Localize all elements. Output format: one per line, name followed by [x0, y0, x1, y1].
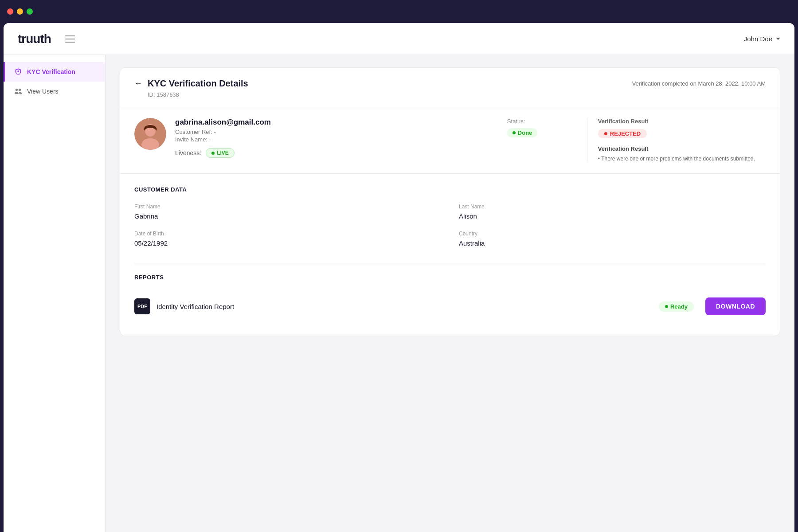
record-id: ID: 1587638 — [134, 91, 248, 98]
sidebar: KYC Verification View Users — [4, 55, 106, 532]
live-text: LIVE — [217, 150, 229, 156]
rejected-badge: REJECTED — [598, 129, 647, 138]
customer-data-section: CUSTOMER DATA First Name Gabrina Last Na… — [120, 174, 780, 259]
hamburger-line-3 — [65, 42, 75, 43]
pdf-icon: PDF — [134, 298, 150, 314]
done-text: Done — [518, 129, 532, 136]
hamburger-line-1 — [65, 35, 75, 36]
sidebar-item-kyc-verification[interactable]: KYC Verification — [4, 62, 105, 82]
live-dot — [211, 152, 215, 155]
last-name-label: Last Name — [459, 203, 766, 210]
logo: truuth — [18, 32, 51, 46]
country-value: Australia — [459, 239, 766, 247]
country-label: Country — [459, 231, 766, 237]
ready-dot — [665, 305, 668, 308]
app-window: truuth John Doe KYC Verification — [4, 23, 794, 532]
vr-title: Verification Result — [598, 118, 755, 125]
profile-customer-ref: Customer Ref: - — [175, 129, 489, 135]
titlebar — [0, 0, 798, 23]
field-country: Country Australia — [459, 231, 766, 247]
vr-subtitle: Verification Result — [598, 145, 755, 152]
first-name-label: First Name — [134, 203, 441, 210]
dob-value: 05/22/1992 — [134, 239, 441, 247]
report-name: Identity Verification Report — [156, 303, 653, 310]
dob-label: Date of Birth — [134, 231, 441, 237]
status-label: Status: — [507, 118, 569, 125]
minimize-button[interactable] — [17, 8, 23, 15]
profile-info: gabrina.alison@gmail.com Customer Ref: -… — [175, 118, 489, 158]
vr-note: • There were one or more problems with t… — [598, 155, 755, 163]
pdf-label: PDF — [137, 304, 147, 309]
section-divider — [134, 263, 766, 263]
status-badge: Done — [507, 128, 538, 137]
sidebar-kyc-label: KYC Verification — [27, 68, 75, 75]
profile-email: gabrina.alison@gmail.com — [175, 118, 489, 127]
last-name-value: Alison — [459, 212, 766, 220]
avatar — [134, 118, 166, 150]
rejected-text: REJECTED — [610, 130, 641, 137]
liveness-label: Liveness: — [175, 149, 201, 156]
sidebar-item-view-users[interactable]: View Users — [4, 82, 105, 101]
hamburger-line-2 — [65, 39, 75, 39]
profile-invite-name: Invite Name: - — [175, 136, 489, 143]
main-content: ← KYC Verification Details ID: 1587638 V… — [106, 55, 794, 532]
hamburger-button[interactable] — [65, 35, 75, 43]
field-last-name: Last Name Alison — [459, 203, 766, 220]
main-card: ← KYC Verification Details ID: 1587638 V… — [120, 67, 780, 336]
reports-section: REPORTS PDF Identity Verification Report… — [120, 274, 780, 336]
report-row: PDF Identity Verification Report Ready D… — [134, 291, 766, 321]
verification-result-block: Verification Result REJECTED Verificatio… — [587, 118, 766, 163]
user-menu[interactable]: John Doe — [744, 35, 780, 43]
card-title-block: ← KYC Verification Details ID: 1587638 — [134, 78, 248, 98]
field-dob: Date of Birth 05/22/1992 — [134, 231, 441, 247]
download-button[interactable]: DOWNLOAD — [705, 297, 766, 315]
user-name: John Doe — [744, 35, 772, 43]
profile-section: gabrina.alison@gmail.com Customer Ref: -… — [120, 107, 780, 174]
rejected-dot — [604, 132, 607, 135]
status-block: Status: Done — [498, 118, 578, 137]
app-body: KYC Verification View Users ← — [4, 55, 794, 532]
card-title-row: ← KYC Verification Details — [134, 78, 248, 89]
ready-text: Ready — [670, 303, 688, 310]
topnav: truuth John Doe — [4, 23, 794, 55]
verification-completed-text: Verification completed on March 28, 2022… — [632, 80, 766, 87]
customer-data-grid: First Name Gabrina Last Name Alison Date… — [134, 203, 766, 247]
customer-data-title: CUSTOMER DATA — [134, 186, 766, 193]
back-button[interactable]: ← — [134, 79, 142, 88]
users-icon — [14, 87, 23, 96]
maximize-button[interactable] — [27, 8, 33, 15]
close-button[interactable] — [7, 8, 13, 15]
first-name-value: Gabrina — [134, 212, 441, 220]
done-dot — [512, 131, 516, 134]
chevron-down-icon — [776, 38, 780, 40]
card-header: ← KYC Verification Details ID: 1587638 V… — [120, 68, 780, 107]
liveness-row: Liveness: LIVE — [175, 148, 489, 158]
shield-icon — [14, 67, 23, 76]
ready-badge: Ready — [659, 301, 694, 312]
field-first-name: First Name Gabrina — [134, 203, 441, 220]
page-title: KYC Verification Details — [148, 78, 248, 89]
window-controls — [7, 8, 33, 15]
sidebar-users-label: View Users — [27, 88, 59, 95]
liveness-badge: LIVE — [206, 148, 235, 158]
reports-title: REPORTS — [134, 274, 766, 281]
